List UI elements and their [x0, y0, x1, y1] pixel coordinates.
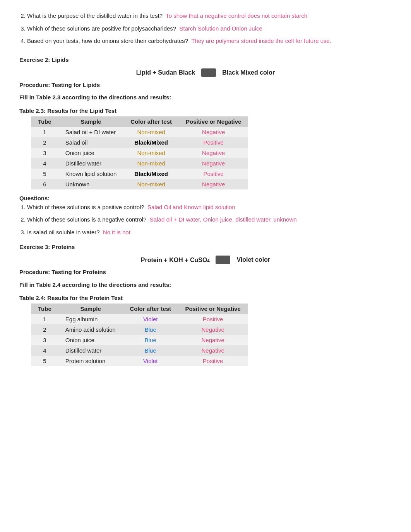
color-result: Non-mixed [123, 127, 179, 137]
exercise2-q2: Which of these solutions is a negative c… [27, 215, 392, 224]
sample-name: Salad oil + DI water [58, 127, 124, 137]
tube-number: 2 [31, 324, 58, 335]
top-question-2: What is the purpose of the distilled wat… [27, 12, 392, 20]
table-row: 6 Unknown Non-mixed Negative [31, 179, 248, 189]
color-result: Blue [123, 324, 178, 335]
color-result: Blue [123, 335, 178, 345]
exercise2-proc-line2: Fill in Table 2.3 according to the direc… [19, 93, 392, 102]
exercise2-col-tube: Tube [31, 116, 58, 127]
top-questions-list: What is the purpose of the distilled wat… [27, 12, 392, 46]
exercise2-section: Exercise 2: Lipids Lipid + Sudan Black B… [19, 56, 392, 237]
exercise2-q3: Is salad oil soluble in water? No it is … [27, 228, 392, 237]
exercise2-swatch [201, 68, 216, 77]
sample-name: Egg albumin [58, 314, 123, 324]
top-question-4: Based on your tests, how do onions store… [27, 37, 392, 46]
table-row: 3 Onion juice Blue Negative [31, 335, 248, 345]
exercise3-proc-line1: Procedure: Testing for Proteins [19, 268, 392, 277]
top-question-2-text: What is the purpose of the distilled wat… [27, 12, 163, 19]
sample-name: Unknown [58, 179, 124, 189]
exercise2-q1: Which of these solutions is a positive c… [27, 203, 392, 212]
exercise3-table-title: Table 2.4: Results for the Protein Test [19, 295, 392, 301]
exercise2-equation-bar: Lipid + Sudan Black Black Mixed color [19, 68, 392, 77]
tube-number: 6 [31, 179, 58, 189]
exercise2-table: Tube Sample Color after test Positive or… [31, 116, 248, 189]
sample-name: Protein solution [58, 356, 123, 366]
color-result: Black/Mixed [123, 137, 179, 148]
exercise3-equation-bar: Protein + KOH + CuSO₄ Violet color [19, 256, 392, 264]
exercise3-col-sample: Sample [58, 304, 123, 314]
positive-negative: Positive [179, 137, 248, 148]
exercise2-col-sample: Sample [58, 116, 124, 127]
exercise2-q3-text: Is salad oil soluble in water? [27, 229, 100, 235]
exercise2-col-color: Color after test [123, 116, 179, 127]
table-row: 2 Amino acid solution Blue Negative [31, 324, 248, 335]
exercise3-proc-line2: Fill in Table 2.4 according to the direc… [19, 281, 392, 290]
table-row: 3 Onion juice Non-mixed Negative [31, 148, 248, 158]
tube-number: 5 [31, 169, 58, 179]
exercise2-q3-answer: No it is not [103, 229, 130, 235]
color-result: Blue [123, 345, 178, 356]
exercise3-equation: Protein + KOH + CuSO₄ [141, 256, 210, 264]
table-row: 5 Protein solution Violet Positive [31, 356, 248, 366]
top-question-4-answer: They are polymers stored inside the cell… [191, 38, 331, 44]
color-result: Non-mixed [123, 148, 179, 158]
color-result: Black/Mixed [123, 169, 179, 179]
top-question-4-text: Based on your tests, how do onions store… [27, 38, 188, 44]
tube-number: 4 [31, 158, 58, 169]
exercise3-table-header-row: Tube Sample Color after test Positive or… [31, 304, 248, 314]
positive-negative: Negative [179, 179, 248, 189]
table-row: 2 Salad oil Black/Mixed Positive [31, 137, 248, 148]
top-question-3-text: Which of these solutions are positive fo… [27, 25, 176, 32]
sample-name: Salad oil [58, 137, 124, 148]
sample-name: Distilled water [58, 158, 124, 169]
positive-negative: Positive [179, 169, 248, 179]
exercise2-table-header-row: Tube Sample Color after test Positive or… [31, 116, 248, 127]
table-row: 1 Egg albumin Violet Positive [31, 314, 248, 324]
exercise2-q2-answer: Salad oil + DI water, Onion juice, disti… [150, 216, 297, 223]
table-row: 1 Salad oil + DI water Non-mixed Negativ… [31, 127, 248, 137]
top-question-3-answer: Starch Solution and Onion Juice [180, 25, 262, 32]
positive-negative: Negative [179, 148, 248, 158]
positive-negative: Positive [178, 314, 248, 324]
table-row: 4 Distilled water Non-mixed Negative [31, 158, 248, 169]
positive-negative: Positive [178, 356, 248, 366]
exercise2-q1-answer: Salad Oil and Known lipid solution [147, 204, 235, 210]
exercise3-col-color: Color after test [123, 304, 178, 314]
exercise2-q1-text: Which of these solutions is a positive c… [27, 204, 144, 210]
positive-negative: Negative [178, 335, 248, 345]
sample-name: Onion juice [58, 148, 124, 158]
exercise2-proc-line1: Procedure: Testing for Lipids [19, 81, 392, 90]
tube-number: 1 [31, 314, 58, 324]
exercise2-title: Exercise 2: Lipids [19, 56, 392, 63]
exercise3-col-result: Positive or Negative [178, 304, 248, 314]
exercise3-result: Violet color [236, 256, 270, 263]
table-row: 5 Known lipid solution Black/Mixed Posit… [31, 169, 248, 179]
exercise3-col-tube: Tube [31, 304, 58, 314]
exercise2-questions-list: Which of these solutions is a positive c… [27, 203, 392, 237]
color-result: Non-mixed [123, 179, 179, 189]
exercise2-col-result: Positive or Negative [179, 116, 248, 127]
tube-number: 1 [31, 127, 58, 137]
top-question-2-answer: To show that a negative control does not… [166, 12, 307, 19]
tube-number: 5 [31, 356, 58, 366]
tube-number: 2 [31, 137, 58, 148]
table-row: 4 Distilled water Blue Negative [31, 345, 248, 356]
positive-negative: Negative [178, 324, 248, 335]
color-result: Non-mixed [123, 158, 179, 169]
sample-name: Known lipid solution [58, 169, 124, 179]
tube-number: 3 [31, 335, 58, 345]
exercise2-equation: Lipid + Sudan Black [136, 69, 195, 76]
tube-number: 3 [31, 148, 58, 158]
exercise2-q2-text: Which of these solutions is a negative c… [27, 216, 147, 223]
color-result: Violet [123, 314, 178, 324]
sample-name: Distilled water [58, 345, 123, 356]
sample-name: Amino acid solution [58, 324, 123, 335]
exercise2-questions-label: Questions: [19, 195, 392, 201]
tube-number: 4 [31, 345, 58, 356]
top-question-3: Which of these solutions are positive fo… [27, 24, 392, 33]
exercise2-table-title: Table 2.3: Results for the Lipid Test [19, 107, 392, 114]
exercise3-swatch [216, 256, 230, 264]
positive-negative: Negative [179, 127, 248, 137]
exercise3-section: Exercise 3: Proteins Protein + KOH + CuS… [19, 244, 392, 366]
positive-negative: Negative [179, 158, 248, 169]
